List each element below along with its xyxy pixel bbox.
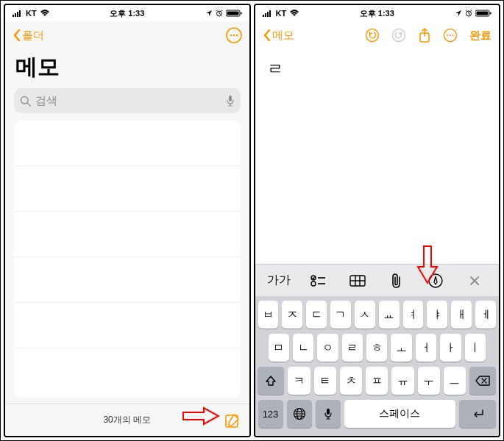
status-time: 오후 1:33 xyxy=(360,8,394,19)
draw-button[interactable] xyxy=(421,273,450,288)
letter-key[interactable]: ㅕ xyxy=(403,301,424,329)
battery-icon xyxy=(226,10,242,17)
mic-icon[interactable] xyxy=(226,95,235,107)
svg-rect-13 xyxy=(229,96,232,101)
letter-key[interactable]: ㅊ xyxy=(340,367,362,395)
list-item[interactable] xyxy=(14,348,241,394)
letter-key[interactable]: ㅑ xyxy=(427,301,447,329)
more-button[interactable] xyxy=(443,28,458,43)
back-button[interactable]: 폴더 xyxy=(13,29,44,43)
shift-icon xyxy=(265,375,277,387)
chevron-left-icon xyxy=(13,29,21,42)
letter-key[interactable]: ㅐ xyxy=(451,301,472,329)
letter-key[interactable]: ㅎ xyxy=(366,334,387,362)
close-format-button[interactable] xyxy=(460,276,489,286)
return-icon xyxy=(471,409,484,419)
search-input[interactable]: 검색 xyxy=(14,88,241,113)
letter-key[interactable]: ㅌ xyxy=(314,367,336,395)
pen-circle-icon xyxy=(428,273,443,288)
svg-rect-2 xyxy=(17,12,18,17)
letter-key[interactable]: ㅡ xyxy=(444,367,466,395)
svg-rect-1 xyxy=(15,13,16,17)
signal-icon xyxy=(13,10,23,17)
list-item[interactable] xyxy=(14,212,241,257)
note-count-label: 30개의 메모 xyxy=(103,414,151,426)
table-icon xyxy=(349,275,366,287)
list-item[interactable] xyxy=(14,257,241,303)
letter-key[interactable]: ㅍ xyxy=(366,367,388,395)
status-bar: KT 오후 1:33 xyxy=(255,5,500,21)
svg-point-9 xyxy=(230,35,232,37)
keyboard-row-4: 123 스페이스 xyxy=(258,400,497,428)
note-body[interactable]: ㄹ xyxy=(255,49,500,264)
svg-point-28 xyxy=(450,35,451,36)
location-icon xyxy=(455,10,462,17)
svg-rect-15 xyxy=(263,15,264,17)
shift-key[interactable] xyxy=(258,367,284,395)
bottom-toolbar: 30개의 메모 xyxy=(5,404,249,436)
chevron-left-icon xyxy=(263,29,271,42)
notes-list-screen: KT 오후 1:33 폴더 메모 검색 xyxy=(4,4,251,437)
svg-rect-7 xyxy=(241,12,242,15)
letter-key[interactable]: ㅜ xyxy=(418,367,440,395)
svg-point-38 xyxy=(429,274,442,287)
letter-key[interactable]: ㅈ xyxy=(282,301,302,329)
redo-button[interactable] xyxy=(391,28,406,43)
compose-button[interactable] xyxy=(224,412,241,429)
dictation-key[interactable] xyxy=(316,400,341,428)
svg-point-32 xyxy=(311,282,316,286)
back-label: 메모 xyxy=(272,29,294,43)
globe-key[interactable] xyxy=(287,400,312,428)
backspace-key[interactable] xyxy=(469,367,496,395)
wifi-icon xyxy=(40,10,50,17)
letter-key[interactable]: ㄷ xyxy=(306,301,327,329)
space-key[interactable]: 스페이스 xyxy=(344,400,456,428)
square-pencil-icon xyxy=(224,412,241,429)
table-button[interactable] xyxy=(343,275,372,287)
letter-key[interactable]: ㄱ xyxy=(330,301,351,329)
letter-key[interactable]: ㅠ xyxy=(391,367,414,395)
return-key[interactable] xyxy=(459,400,496,428)
redo-icon xyxy=(391,28,406,43)
letter-key[interactable]: ㅁ xyxy=(269,334,289,362)
carrier-label: KT xyxy=(276,9,287,18)
attachment-button[interactable] xyxy=(382,273,411,289)
back-button[interactable]: 메모 xyxy=(263,29,294,43)
svg-rect-42 xyxy=(327,409,330,415)
list-item[interactable] xyxy=(14,121,241,166)
page-title: 메모 xyxy=(5,49,249,88)
letter-key[interactable]: ㅣ xyxy=(465,334,486,362)
more-button[interactable] xyxy=(226,27,242,43)
search-icon xyxy=(20,96,31,107)
letter-key[interactable]: ㅂ xyxy=(258,301,279,329)
done-button[interactable]: 완료 xyxy=(469,29,491,43)
letter-key[interactable]: ㅇ xyxy=(317,334,338,362)
letter-key[interactable]: ㅗ xyxy=(391,334,411,362)
checklist-icon xyxy=(310,275,325,287)
keyboard-row-1: ㅂㅈㄷㄱㅅㅛㅕㅑㅐㅔ xyxy=(258,301,497,329)
svg-point-27 xyxy=(447,35,448,36)
list-item[interactable] xyxy=(14,166,241,212)
carrier-label: KT xyxy=(26,9,37,18)
letter-key[interactable]: ㅛ xyxy=(379,301,400,329)
note-edit-screen: KT 오후 1:33 메모 xyxy=(254,4,501,437)
letter-key[interactable]: ㄹ xyxy=(342,334,363,362)
list-item[interactable] xyxy=(14,303,241,348)
format-toolbar: 가가 xyxy=(255,264,500,296)
text-style-button[interactable]: 가가 xyxy=(264,273,294,288)
letter-key[interactable]: ㅓ xyxy=(416,334,436,362)
letter-key[interactable]: ㅔ xyxy=(475,301,496,329)
undo-button[interactable] xyxy=(365,28,380,43)
letter-key[interactable]: ㅏ xyxy=(440,334,461,362)
letter-key[interactable]: ㅋ xyxy=(288,367,310,395)
checklist-button[interactable] xyxy=(303,275,333,287)
letter-key[interactable]: ㅅ xyxy=(355,301,375,329)
wifi-icon xyxy=(289,10,299,17)
svg-rect-16 xyxy=(265,13,266,17)
undo-icon xyxy=(365,28,380,43)
share-button[interactable] xyxy=(418,27,431,43)
numbers-key[interactable]: 123 xyxy=(258,400,283,428)
letter-key[interactable]: ㄴ xyxy=(293,334,313,362)
svg-rect-3 xyxy=(19,10,21,17)
svg-point-11 xyxy=(235,35,238,37)
